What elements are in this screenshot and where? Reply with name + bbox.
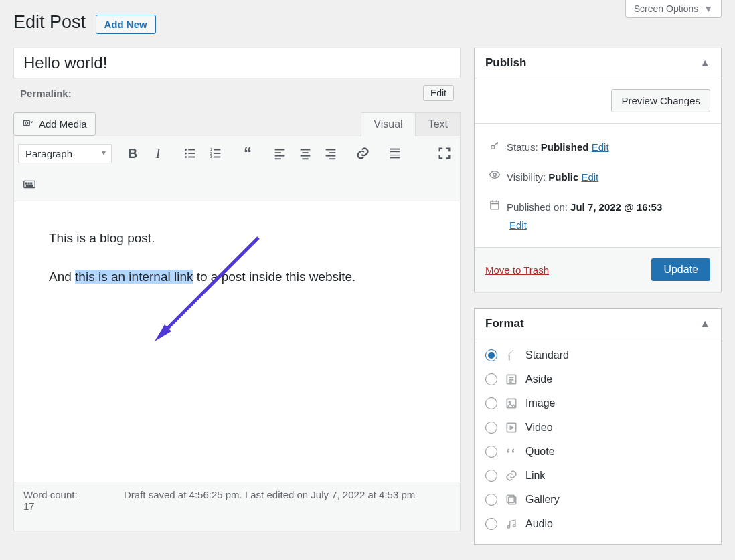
format-label: Standard: [525, 349, 569, 361]
publish-box-title: Publish: [485, 56, 526, 70]
edit-status-link[interactable]: Edit: [592, 141, 609, 153]
svg-rect-5: [188, 153, 195, 154]
standard-format-icon: [504, 349, 519, 362]
svg-rect-19: [302, 152, 308, 153]
svg-point-4: [185, 153, 187, 155]
published-label: Published on:: [507, 201, 570, 213]
bold-button[interactable]: B: [121, 142, 144, 165]
word-count-label: Word count:: [23, 489, 78, 500]
preview-changes-button[interactable]: Preview Changes: [611, 89, 710, 112]
format-label: Link: [525, 470, 545, 482]
edit-permalink-button[interactable]: Edit: [423, 85, 454, 101]
svg-point-37: [491, 145, 495, 149]
video-format-icon: [504, 421, 519, 434]
read-more-button[interactable]: [384, 142, 406, 165]
radio-icon: [485, 494, 497, 506]
status-value: Published: [541, 141, 589, 153]
blockquote-button[interactable]: “: [236, 142, 259, 165]
fullscreen-button[interactable]: [433, 142, 456, 165]
gallery-format-icon: [504, 493, 519, 506]
svg-rect-31: [26, 183, 27, 184]
visibility-label: Visibility:: [507, 171, 548, 183]
chevron-down-icon: ▼: [704, 3, 713, 14]
eye-icon: [488, 169, 501, 183]
align-right-button[interactable]: [319, 142, 342, 165]
tab-visual[interactable]: Visual: [361, 112, 415, 136]
format-option-link[interactable]: Link: [485, 464, 710, 488]
status-label: Status:: [507, 141, 541, 153]
svg-rect-32: [28, 183, 29, 184]
format-label: Quote: [525, 446, 555, 458]
svg-rect-17: [275, 158, 281, 159]
content-line-1: This is a blog post.: [49, 231, 155, 245]
format-option-audio[interactable]: Audio: [485, 512, 710, 536]
collapse-publish-icon[interactable]: ▲: [700, 57, 710, 69]
svg-point-1: [25, 122, 28, 124]
svg-rect-3: [188, 149, 195, 151]
editor-content[interactable]: This is a blog post. And this is an inte…: [13, 201, 461, 482]
screen-options-button[interactable]: Screen Options ▼: [625, 0, 722, 18]
svg-rect-14: [275, 149, 285, 151]
svg-rect-29: [390, 157, 400, 159]
format-option-gallery[interactable]: Gallery: [485, 488, 710, 512]
tab-text[interactable]: Text: [416, 112, 461, 136]
format-option-image[interactable]: Image: [485, 391, 710, 415]
numbered-list-button[interactable]: 123: [204, 142, 227, 165]
format-option-standard[interactable]: Standard: [485, 343, 710, 367]
edit-visibility-link[interactable]: Edit: [581, 171, 598, 183]
add-media-label: Add Media: [39, 118, 87, 130]
svg-rect-45: [507, 495, 514, 502]
update-button[interactable]: Update: [651, 258, 710, 281]
align-center-button[interactable]: [294, 142, 317, 165]
edit-published-link[interactable]: Edit: [509, 219, 527, 231]
keyboard-icon[interactable]: [18, 173, 41, 195]
content-line-2-before: And: [49, 270, 75, 284]
image-format-icon: [504, 397, 519, 410]
svg-rect-26: [390, 149, 400, 150]
page-title: Edit Post: [13, 0, 86, 33]
add-media-button[interactable]: Add Media: [13, 112, 96, 136]
svg-rect-23: [329, 152, 335, 153]
move-to-trash-link[interactable]: Move to Trash: [485, 264, 549, 276]
svg-rect-25: [329, 158, 335, 159]
svg-point-46: [507, 526, 509, 528]
svg-rect-18: [301, 149, 311, 151]
word-count-value: 17: [23, 500, 35, 512]
bullet-list-button[interactable]: [179, 142, 201, 165]
visibility-value: Public: [548, 171, 578, 183]
radio-icon: [485, 518, 497, 530]
key-icon: [488, 140, 501, 153]
svg-rect-28: [390, 155, 400, 156]
radio-icon: [485, 470, 497, 482]
radio-icon: [485, 349, 497, 361]
format-option-video[interactable]: Video: [485, 415, 710, 440]
link-button[interactable]: [351, 142, 374, 165]
published-value: Jul 7, 2022 @ 16:53: [570, 201, 662, 213]
aside-format-icon: [504, 373, 519, 386]
screen-options-label: Screen Options: [634, 3, 699, 14]
audio-format-icon: [504, 517, 519, 531]
sidebar-column: Publish ▲ Preview Changes Status: Publis…: [474, 48, 722, 560]
editor-status-bar: Word count: 17 Draft saved at 4:56:25 pm…: [13, 482, 461, 531]
radio-icon: [485, 373, 497, 385]
align-left-button[interactable]: [268, 142, 291, 165]
add-new-button[interactable]: Add New: [96, 15, 156, 34]
svg-point-42: [509, 401, 511, 403]
paragraph-dropdown[interactable]: Paragraph: [18, 144, 112, 163]
svg-text:3: 3: [210, 155, 212, 159]
format-label: Aside: [525, 373, 552, 385]
format-label: Audio: [525, 518, 553, 530]
svg-rect-20: [301, 155, 311, 157]
svg-rect-15: [275, 152, 281, 153]
svg-rect-34: [26, 185, 32, 187]
format-box-title: Format: [485, 317, 524, 331]
svg-point-47: [513, 525, 515, 527]
svg-point-6: [185, 156, 187, 158]
post-title-input[interactable]: [13, 48, 461, 78]
calendar-icon: [488, 199, 501, 213]
italic-button[interactable]: I: [147, 142, 169, 165]
svg-point-2: [185, 149, 187, 151]
format-option-quote[interactable]: Quote: [485, 440, 710, 464]
format-option-aside[interactable]: Aside: [485, 367, 710, 391]
collapse-format-icon[interactable]: ▲: [700, 318, 710, 330]
